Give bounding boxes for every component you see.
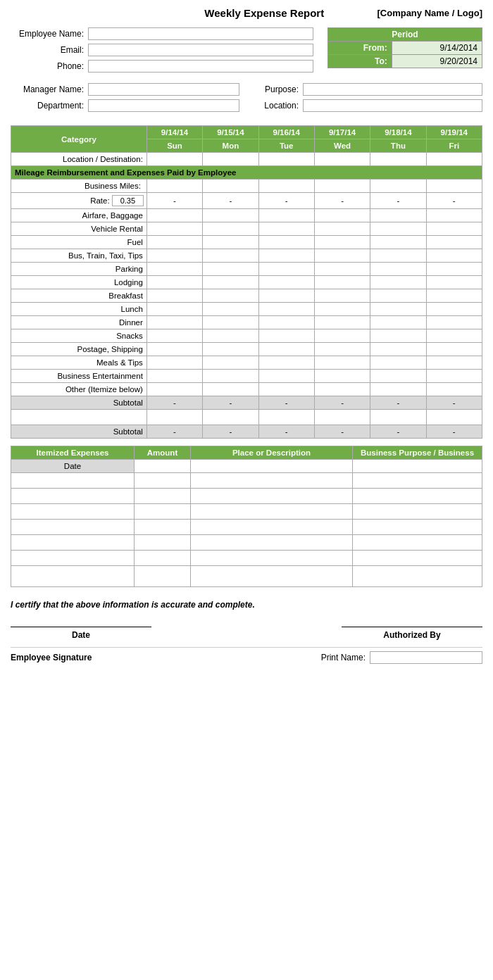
itemized-row-5 [11, 535, 482, 551]
to-label: To: [328, 55, 392, 68]
biz-miles-d5[interactable] [370, 180, 426, 193]
mileage-section-header: Mileage Reimbursement and Expenses Paid … [11, 166, 482, 180]
cat-vehicle: Vehicle Rental [11, 222, 147, 236]
biz-miles-d6[interactable] [426, 180, 482, 193]
email-input[interactable] [88, 44, 313, 56]
report-title: Weekly Expense Report [151, 7, 377, 19]
sub2-d1: - [146, 425, 202, 439]
itemized-row-1 [11, 473, 482, 489]
cat-fuel: Fuel [11, 236, 147, 249]
day-d6: Fri [426, 139, 482, 153]
date-header: Date [11, 460, 135, 473]
sub2-d3: - [258, 425, 314, 439]
loc-d3-cell[interactable] [258, 153, 314, 166]
airfare-d5[interactable] [370, 209, 426, 222]
biz-miles-d2[interactable] [203, 180, 258, 193]
period-header: Period [328, 28, 482, 42]
sub1-d1: - [146, 396, 202, 410]
sub1-d4: - [314, 396, 370, 410]
itemized-row-7 [11, 566, 482, 587]
date-d3: 9/16/14 [258, 126, 314, 139]
subtotal-label-2: Subtotal [11, 425, 147, 439]
airfare-d2[interactable] [203, 209, 258, 222]
cat-postage: Postage, Shipping [11, 343, 147, 356]
manager-input[interactable] [88, 83, 239, 96]
rate-d5: - [370, 193, 426, 209]
airfare-d3[interactable] [258, 209, 314, 222]
email-label: Email: [11, 45, 88, 55]
purpose-header: Business Purpose / Business [353, 446, 482, 460]
rate-label-cell: Rate: [11, 193, 147, 209]
itemized-row-2 [11, 489, 482, 504]
table-row: Lunch [11, 303, 482, 316]
table-row: Vehicle Rental [11, 222, 482, 236]
rate-d6: - [426, 193, 482, 209]
sub1-d3: - [258, 396, 314, 410]
airfare-d6[interactable] [426, 209, 482, 222]
location-dest-label: Location / Destination: [11, 153, 147, 166]
location-input[interactable] [303, 99, 482, 112]
cat-snacks: Snacks [11, 329, 147, 343]
date-d5: 9/18/14 [370, 126, 426, 139]
subtotal-label-1: Subtotal [11, 396, 147, 410]
day-d2: Mon [203, 139, 258, 153]
date-d2: 9/15/14 [203, 126, 258, 139]
rate-label: Rate: [90, 196, 110, 205]
airfare-d4[interactable] [314, 209, 370, 222]
cat-bus-train: Bus, Train, Taxi, Tips [11, 249, 147, 263]
loc-d2-cell[interactable] [203, 153, 258, 166]
loc-d1-cell[interactable] [146, 153, 202, 166]
itemized-row-6 [11, 551, 482, 566]
table-row: Fuel [11, 236, 482, 249]
airfare-d1[interactable] [146, 209, 202, 222]
cat-airfare: Airfare, Baggage [11, 209, 147, 222]
table-row: Bus, Train, Taxi, Tips [11, 249, 482, 263]
from-label: From: [328, 42, 392, 55]
itemized-header: Itemized Expenses [11, 446, 135, 460]
print-name-label: Print Name: [321, 653, 366, 662]
phone-label: Phone: [11, 61, 88, 71]
department-label: Department: [11, 101, 88, 111]
date-d6: 9/19/14 [426, 126, 482, 139]
cat-entertainment: Business Entertainment [11, 370, 147, 383]
cat-meals-tips: Meals & Tips [11, 356, 147, 370]
company-name: [Company Name / Logo] [377, 8, 482, 18]
employee-name-input[interactable] [88, 27, 313, 40]
manager-label: Manager Name: [11, 84, 88, 94]
table-row: Dinner [11, 316, 482, 329]
day-d3: Tue [258, 139, 314, 153]
table-row: Airfare, Baggage [11, 209, 482, 222]
rate-input[interactable] [112, 195, 144, 206]
rate-d2: - [203, 193, 258, 209]
biz-miles-d4[interactable] [314, 180, 370, 193]
table-row: Breakfast [11, 289, 482, 303]
authorized-sig-label: Authorized By [342, 630, 482, 640]
category-header: Category [11, 126, 147, 153]
print-name-input[interactable] [370, 651, 482, 664]
amount-header: Amount [135, 446, 191, 460]
itemized-row-3 [11, 504, 482, 520]
rate-d3: - [258, 193, 314, 209]
certify-text: I certify that the above information is … [11, 600, 482, 610]
business-miles-label: Business Miles: [11, 180, 147, 193]
department-input[interactable] [88, 99, 239, 112]
location-label: Location: [254, 101, 303, 111]
rate-d1: - [146, 193, 202, 209]
employee-sig-label: Employee Signature [11, 653, 92, 662]
biz-miles-d1[interactable] [146, 180, 202, 193]
date-sig-label: Date [11, 630, 151, 640]
loc-d5-cell[interactable] [370, 153, 426, 166]
biz-miles-d3[interactable] [258, 180, 314, 193]
cat-other: Other (Itemize below) [11, 383, 147, 396]
cat-lunch: Lunch [11, 303, 147, 316]
loc-d6-cell[interactable] [426, 153, 482, 166]
sub1-d2: - [203, 396, 258, 410]
sub2-d6: - [426, 425, 482, 439]
table-row: Lodging [11, 276, 482, 289]
sub1-d5: - [370, 396, 426, 410]
date-d4: 9/17/14 [314, 126, 370, 139]
purpose-input[interactable] [303, 83, 482, 96]
loc-d4-cell[interactable] [314, 153, 370, 166]
cat-dinner: Dinner [11, 316, 147, 329]
phone-input[interactable] [88, 60, 313, 73]
